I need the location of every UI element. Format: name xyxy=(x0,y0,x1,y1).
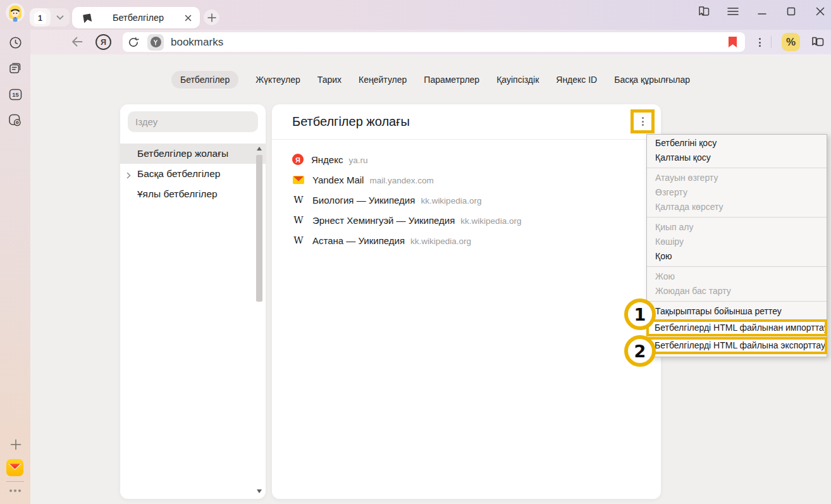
close-button[interactable] xyxy=(814,5,827,18)
yandex-browser-logo-icon xyxy=(151,37,161,47)
bookmark-item[interactable]: WЭрнест Хемингуэй — Уикипедияkk.wikipedi… xyxy=(272,210,661,230)
bookmark-title: Биология — Уикипедия xyxy=(312,195,415,206)
bookmark-item[interactable]: Yandex Mailmail.yandex.com xyxy=(272,169,661,190)
history-icon[interactable] xyxy=(8,35,23,50)
menu-item-export-html[interactable]: Бетбелгілерді HTML файлына экспорттау xyxy=(646,337,827,354)
maximize-button[interactable] xyxy=(785,5,797,18)
screenshot-icon[interactable] xyxy=(8,113,23,128)
chevron-down-icon xyxy=(56,15,64,20)
folder-item[interactable]: Бетбелгілер жолағы xyxy=(120,144,266,164)
minimize-button[interactable] xyxy=(756,5,768,18)
address-text: bookmarks xyxy=(171,36,223,49)
kebab-icon xyxy=(642,117,644,126)
notes-icon[interactable] xyxy=(8,61,23,76)
nav-tab[interactable]: Тарих xyxy=(317,71,342,89)
nav-tab[interactable]: Қауіпсіздік xyxy=(496,71,539,89)
bookmark-item[interactable]: WАстана — Уикипедияkk.wikipedia.org xyxy=(272,230,661,250)
mail-app-icon[interactable] xyxy=(6,459,23,479)
more-icon[interactable] xyxy=(0,487,30,492)
bookmark-item[interactable]: WБиология — Уикипедияkk.wikipedia.org xyxy=(272,190,661,210)
menu-separator xyxy=(647,266,827,267)
bookmark-url: kk.wikipedia.org xyxy=(410,235,471,246)
bookmark-title: Yandex Mail xyxy=(312,175,364,185)
menu-item-add-folder[interactable]: Қалтаны қосу xyxy=(647,151,827,165)
address-kebab-icon[interactable] xyxy=(753,34,766,51)
nav-tab[interactable]: Жүктеулер xyxy=(255,71,300,89)
context-menu: Бетбелгіні қосуҚалтаны қосуАтауын өзгерт… xyxy=(646,134,827,357)
bookmark-flag-icon[interactable] xyxy=(729,37,737,47)
browser-window: 1 Бетбелгілер xyxy=(0,0,831,504)
reload-icon[interactable] xyxy=(128,37,139,48)
folder-label: Басқа бетбелгілер xyxy=(137,168,220,180)
scrollbar[interactable] xyxy=(255,144,264,496)
nav-tab[interactable]: Кеңейтулер xyxy=(359,71,407,89)
annotation-badge-1: 1 xyxy=(624,298,656,330)
tab-panel-icon[interactable] xyxy=(698,5,710,18)
menu-separator xyxy=(647,217,827,218)
yandex-favicon: Я xyxy=(292,154,304,165)
bookmark-list: ЯЯндексya.ruYandex Mailmail.yandex.comWБ… xyxy=(272,140,661,250)
active-tab[interactable]: Бетбелгілер xyxy=(72,7,200,28)
menu-item-sort-by-title[interactable]: Тақырыптары бойынша реттеу xyxy=(647,304,827,319)
menu-separator xyxy=(647,168,827,168)
address-bar[interactable]: bookmarks xyxy=(123,32,745,52)
menu-item-import-html[interactable]: Бетбелгілерді HTML файлынан импорттау xyxy=(646,319,827,336)
yandex-home-button[interactable]: Я xyxy=(95,34,111,50)
bookmarks-manager-page: БетбелгілерЖүктеулерТарихКеңейтулерПарам… xyxy=(30,54,831,504)
wikipedia-favicon: W xyxy=(292,194,305,206)
wikipedia-favicon: W xyxy=(292,234,305,247)
menu-item-cut: Қиып алу xyxy=(647,220,827,235)
chevron-right-icon[interactable] xyxy=(126,170,131,181)
nav-tab[interactable]: Яндекс ID xyxy=(556,71,597,89)
calendar-icon[interactable]: 15 xyxy=(8,87,23,102)
bookmark-icon xyxy=(82,12,92,23)
bookmark-item[interactable]: ЯЯндексya.ru xyxy=(272,149,661,169)
panel-title: Бетбелгілер жолағы xyxy=(292,114,410,129)
collections-icon[interactable] xyxy=(811,35,825,51)
folder-item[interactable]: Басқа бетбелгілер xyxy=(120,164,266,184)
menu-item-delete: Жою xyxy=(647,269,827,284)
bookmark-url: kk.wikipedia.org xyxy=(460,215,521,226)
bookmark-url: mail.yandex.com xyxy=(369,175,433,185)
bookmark-url: kk.wikipedia.org xyxy=(421,195,481,206)
menu-item-undo-delete: Жоюдан бас тарту xyxy=(647,284,827,298)
back-icon[interactable] xyxy=(69,35,83,51)
site-favicon[interactable] xyxy=(147,34,164,51)
kebab-menu-button[interactable] xyxy=(631,109,655,133)
address-row: Я bookmarks % xyxy=(30,30,831,54)
nav-tab[interactable]: Бетбелгілер xyxy=(171,71,238,89)
yandex-logo-glyph: Я xyxy=(101,38,106,47)
menu-item-add-bookmark[interactable]: Бетбелгіні қосу xyxy=(647,136,827,151)
annotation-badge-2: 2 xyxy=(624,335,656,367)
nav-tab[interactable]: Басқа құрылғылар xyxy=(614,71,690,89)
wikipedia-favicon: W xyxy=(292,214,305,226)
nav-tab[interactable]: Параметрлер xyxy=(424,71,479,89)
scroll-up-arrow-icon[interactable] xyxy=(257,147,262,151)
menu-icon[interactable] xyxy=(727,5,739,18)
menu-item-edit: Өзгерту xyxy=(647,185,827,200)
menu-item-copy: Көшіру xyxy=(647,235,827,249)
close-tab-icon[interactable] xyxy=(185,15,192,22)
new-tab-button[interactable] xyxy=(204,9,219,25)
left-edge-sidebar: 15 xyxy=(0,30,30,504)
mail-favicon xyxy=(292,173,305,186)
add-panel-icon[interactable] xyxy=(8,437,23,452)
deals-percent-icon[interactable]: % xyxy=(782,33,800,51)
tab-title: Бетбелгілер xyxy=(92,13,185,23)
menu-item-paste[interactable]: Қою xyxy=(647,249,827,264)
scroll-thumb[interactable] xyxy=(256,155,262,302)
bookmark-url: ya.ru xyxy=(348,154,367,165)
window-controls xyxy=(698,1,827,22)
menu-separator xyxy=(647,301,827,302)
titlebar: 1 Бетбелгілер xyxy=(0,0,831,30)
calendar-day: 15 xyxy=(12,92,18,98)
bookmark-title: Астана — Уикипедия xyxy=(312,235,405,246)
tab-count-badge: 1 xyxy=(34,11,46,24)
avatar[interactable] xyxy=(6,3,25,22)
scroll-down-arrow-icon[interactable] xyxy=(257,489,262,493)
search-input[interactable] xyxy=(128,111,258,132)
folder-item[interactable]: Ұялы бетбелгілер xyxy=(120,184,266,204)
plus-icon xyxy=(207,13,216,22)
tab-count-button[interactable]: 1 xyxy=(30,8,51,27)
tabs-chevron-button[interactable] xyxy=(51,8,70,27)
